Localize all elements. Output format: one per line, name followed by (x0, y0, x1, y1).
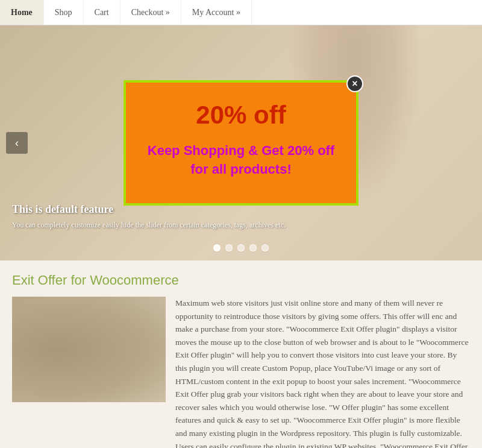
content-title: Exit Offer for Woocommerce (12, 273, 470, 288)
nav-cart[interactable]: Cart (84, 0, 120, 25)
nav-checkout[interactable]: Checkout » (120, 0, 181, 25)
content-text: Maximum web store visitors just visit on… (175, 297, 470, 448)
nav-my-account[interactable]: My Account » (181, 0, 252, 25)
main-nav: Home Shop Cart Checkout » My Account » (0, 0, 482, 25)
popup-box: × 20% off Keep Shopping & Get 20% off fo… (124, 80, 358, 206)
popup-overlay: × 20% off Keep Shopping & Get 20% off fo… (0, 25, 482, 260)
content-image (12, 297, 166, 402)
content-body: Maximum web store visitors just visit on… (12, 297, 470, 448)
hero-slider: × 20% off Keep Shopping & Get 20% off fo… (0, 25, 482, 260)
popup-title: 20% off (144, 101, 338, 130)
nav-home[interactable]: Home (0, 0, 44, 25)
main-content: Exit Offer for Woocommerce Maximum web s… (0, 260, 482, 448)
nav-shop[interactable]: Shop (44, 0, 84, 25)
popup-close-button[interactable]: × (346, 75, 363, 92)
popup-body: Keep Shopping & Get 20% off for all prod… (144, 142, 338, 179)
content-paragraph-1: Maximum web store visitors just visit on… (175, 297, 470, 448)
